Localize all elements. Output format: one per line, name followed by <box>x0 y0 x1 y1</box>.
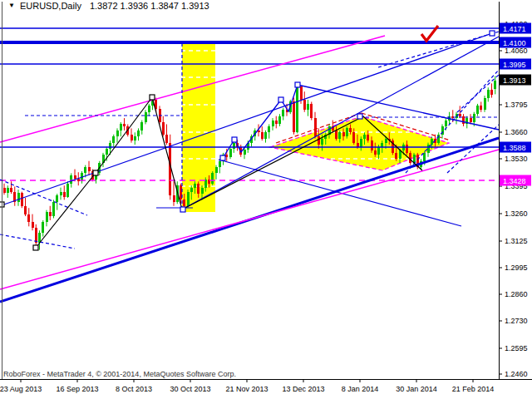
candle-body <box>225 155 228 156</box>
candle-body <box>131 135 133 140</box>
candle-body <box>197 184 200 194</box>
price-tick-label: 1.2730 <box>505 317 528 325</box>
candle-body <box>360 139 362 147</box>
trendline <box>2 33 492 205</box>
candle-body <box>27 214 30 223</box>
time-tick-label: 8 Jan 2014 <box>342 385 379 393</box>
candle-body <box>318 136 320 145</box>
candle-body <box>116 131 119 136</box>
candle-body <box>183 200 185 205</box>
price-badge-label: 1.3588 <box>503 144 526 152</box>
price-tick-label: 1.3125 <box>505 237 528 245</box>
candle-body <box>314 118 317 136</box>
candle-body <box>120 124 122 130</box>
candle-body <box>233 143 235 149</box>
time-tick-label: 21 Nov 2013 <box>225 385 268 393</box>
candle-body <box>395 153 397 159</box>
pivot-square-marker <box>180 207 185 212</box>
candle-body <box>484 98 486 111</box>
candle-body <box>49 212 52 216</box>
candle-body <box>211 173 214 183</box>
candle-body <box>374 150 377 155</box>
trendlines-layer[interactable] <box>0 33 499 302</box>
candle-body <box>165 135 168 143</box>
candle-body <box>7 188 9 193</box>
candle-body <box>321 139 323 145</box>
candle-body <box>109 143 111 149</box>
candle-body <box>137 131 140 136</box>
time-tick-label: 8 Oct 2013 <box>116 385 152 393</box>
candle-body <box>74 175 76 179</box>
candle-body <box>162 122 165 135</box>
candle-body <box>470 118 472 122</box>
candle-body <box>173 195 175 201</box>
candle-body <box>187 192 190 206</box>
candle-body <box>381 143 383 147</box>
candle-body <box>24 206 27 214</box>
candle-body <box>112 136 115 142</box>
mt4-chart-window: ▼ EURUSD,Daily 1.3872 1.3936 1.3847 1.39… <box>0 0 532 399</box>
candle-body <box>3 188 6 193</box>
candle-body <box>10 188 12 192</box>
price-tick-label: 1.3530 <box>505 155 528 163</box>
candle-body <box>52 202 55 216</box>
candle-body <box>338 132 341 138</box>
price-badge-label: 1.3428 <box>503 177 526 185</box>
price-badge-label: 1.4171 <box>503 25 526 33</box>
candle-body <box>377 147 380 155</box>
candle-body <box>275 121 278 125</box>
candle-body <box>462 116 465 125</box>
time-tick-label: 16 Sep 2013 <box>56 385 98 393</box>
candle-body <box>282 110 284 116</box>
candle-body <box>303 100 306 110</box>
candle-body <box>399 150 401 159</box>
candle-body <box>409 153 411 163</box>
price-tick-label: 1.2595 <box>505 344 528 352</box>
time-tick-label: 30 Oct 2013 <box>170 385 210 393</box>
candle-body <box>363 135 366 139</box>
candle-body <box>56 195 58 201</box>
pivot-square-marker <box>490 31 495 36</box>
candle-body <box>244 150 246 155</box>
candle-body <box>35 228 37 243</box>
candle-body <box>487 90 490 98</box>
trendline <box>182 37 499 209</box>
candle-body <box>431 139 433 145</box>
pivot-square-marker <box>33 245 38 250</box>
dashed-trendline <box>447 125 499 173</box>
candle-body <box>201 188 204 194</box>
candle-body <box>84 167 86 173</box>
price-badge-label: 1.4100 <box>503 39 526 47</box>
candle-body <box>423 153 426 161</box>
candle-body <box>229 149 232 157</box>
time-tick-label: 21 Feb 2014 <box>452 385 495 393</box>
candle-body <box>17 193 20 202</box>
candle-body <box>307 104 309 110</box>
time-axis[interactable]: 23 Aug 201316 Sep 20138 Oct 201330 Oct 2… <box>0 379 532 393</box>
pivot-square-marker <box>357 114 362 119</box>
candle-body <box>490 90 493 95</box>
candle-body <box>148 106 150 111</box>
candle-body <box>268 126 270 132</box>
pivot-square-marker <box>93 170 98 175</box>
price-tick-label: 1.2460 <box>505 370 528 378</box>
price-tick-label: 1.2860 <box>505 290 528 298</box>
candle-body <box>466 118 468 124</box>
candle-body <box>194 184 196 188</box>
price-tick-label: 1.2995 <box>505 264 528 272</box>
candle-body <box>406 145 408 153</box>
candle-body <box>66 184 69 197</box>
candle-body <box>300 86 303 100</box>
price-chart[interactable]: 1.41901.40601.37951.36601.35301.33951.32… <box>0 0 532 399</box>
pivot-square-marker <box>295 82 300 87</box>
candle-body <box>63 192 66 197</box>
candle-body <box>494 81 496 89</box>
price-badge-label: 1.3995 <box>503 61 526 69</box>
dashed-trendline <box>406 70 499 173</box>
dashed-trendline <box>378 32 499 67</box>
candle-body <box>480 106 482 110</box>
candle-body <box>342 132 345 136</box>
candle-body <box>21 193 23 206</box>
candle-body <box>264 132 267 138</box>
candle-body <box>459 114 461 116</box>
